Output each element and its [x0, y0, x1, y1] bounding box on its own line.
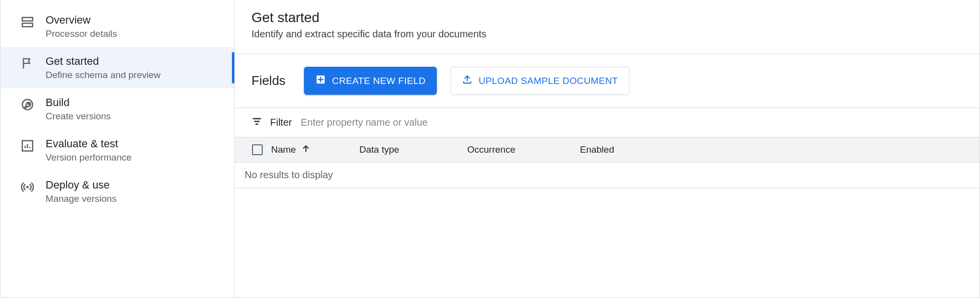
sidebar-item-label: Evaluate & test	[46, 137, 131, 150]
page-subtitle: Identify and extract specific data from …	[251, 28, 963, 40]
filter-bar: Filter	[235, 108, 980, 137]
column-header-occurrence[interactable]: Occurrence	[467, 144, 580, 155]
main-content: Get started Identify and extract specifi…	[235, 0, 980, 298]
sidebar-item-sublabel: Processor details	[46, 28, 117, 39]
page-header: Get started Identify and extract specifi…	[235, 0, 980, 54]
column-label: Data type	[359, 144, 399, 155]
sidebar-item-sublabel: Define schema and preview	[46, 70, 160, 81]
svg-rect-7	[254, 121, 260, 122]
sidebar-item-label: Overview	[46, 14, 117, 27]
filter-label: Filter	[270, 117, 292, 128]
svg-rect-1	[23, 23, 33, 27]
wrench-icon	[20, 97, 35, 112]
sidebar-item-label: Get started	[46, 55, 160, 68]
bar-chart-icon	[20, 138, 35, 153]
svg-rect-6	[253, 118, 261, 119]
filter-input[interactable]	[300, 116, 963, 129]
sidebar-item-evaluate[interactable]: Evaluate & test Version performance	[0, 130, 234, 171]
fields-toolbar: Fields CREATE NEW FIELD UPLOAD SAMPLE DO…	[235, 54, 980, 108]
empty-state-message: No results to display	[235, 163, 980, 188]
sidebar-item-get-started[interactable]: Get started Define schema and preview	[0, 47, 234, 88]
create-new-field-button[interactable]: CREATE NEW FIELD	[304, 67, 437, 95]
svg-rect-0	[23, 18, 33, 21]
column-header-data-type[interactable]: Data type	[359, 144, 467, 155]
sidebar-item-build[interactable]: Build Create versions	[0, 88, 234, 130]
svg-point-4	[26, 186, 28, 188]
sidebar-item-overview[interactable]: Overview Processor details	[0, 3, 234, 47]
column-label: Occurrence	[467, 144, 515, 155]
column-header-name[interactable]: Name	[271, 144, 359, 156]
sort-ascending-icon	[301, 144, 311, 156]
sidebar-item-label: Build	[46, 96, 111, 109]
sidebar-item-label: Deploy & use	[46, 179, 117, 191]
table-header-row: Name Data type Occurrence Enabled	[235, 137, 980, 163]
plus-box-icon	[315, 74, 326, 87]
broadcast-icon	[20, 180, 35, 194]
select-all-checkbox[interactable]	[252, 144, 263, 155]
upload-sample-document-button[interactable]: UPLOAD SAMPLE DOCUMENT	[451, 67, 629, 95]
column-header-enabled[interactable]: Enabled	[580, 144, 658, 155]
sidebar: Overview Processor details Get started D…	[0, 0, 235, 298]
flag-icon	[20, 56, 35, 71]
button-label: UPLOAD SAMPLE DOCUMENT	[478, 76, 618, 86]
sidebar-item-sublabel: Create versions	[46, 111, 111, 122]
sidebar-item-sublabel: Manage versions	[46, 193, 117, 204]
svg-rect-8	[255, 124, 258, 125]
column-label: Name	[271, 144, 296, 155]
column-label: Enabled	[580, 144, 614, 155]
upload-icon	[462, 74, 473, 87]
dashboard-icon	[20, 15, 35, 29]
sidebar-item-deploy[interactable]: Deploy & use Manage versions	[0, 171, 234, 212]
page-title: Get started	[251, 10, 963, 26]
sidebar-item-sublabel: Version performance	[46, 152, 131, 163]
fields-section-title: Fields	[251, 73, 285, 88]
button-label: CREATE NEW FIELD	[332, 76, 426, 86]
filter-icon	[251, 116, 262, 129]
